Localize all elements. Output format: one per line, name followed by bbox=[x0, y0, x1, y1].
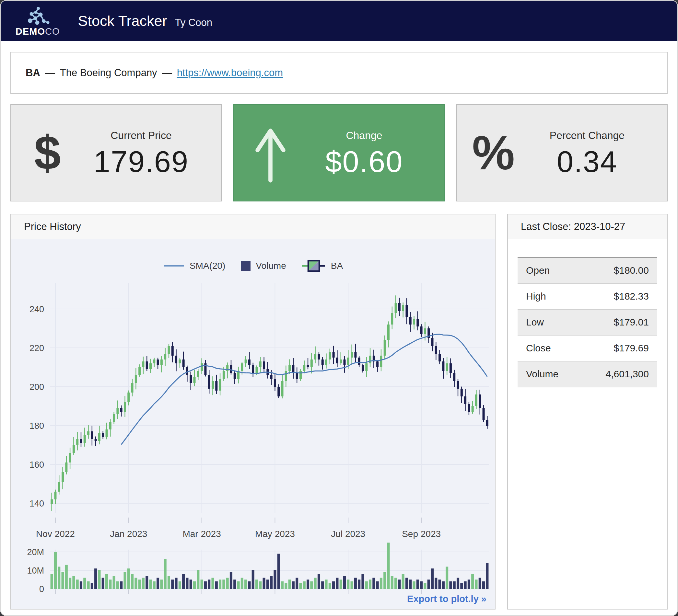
last-close-body: Open $180.00 High $182.33 Low $179.01 bbox=[508, 239, 667, 609]
price-history-header: Price History bbox=[11, 214, 495, 239]
candlesticks bbox=[50, 295, 488, 511]
candlestick-icon bbox=[302, 259, 326, 273]
row-value: $180.00 bbox=[579, 257, 657, 283]
company-info-bar: BA — The Boeing Company — https://www.bo… bbox=[10, 52, 668, 94]
svg-text:May 2023: May 2023 bbox=[255, 529, 295, 539]
svg-text:200: 200 bbox=[30, 382, 44, 392]
svg-text:10M: 10M bbox=[27, 566, 44, 576]
app-header: DEMOCO Stock Tracker Ty Coon bbox=[1, 1, 677, 41]
row-value: 4,601,300 bbox=[579, 361, 657, 387]
user-name: Ty Coon bbox=[175, 17, 212, 29]
svg-text:Nov 2022: Nov 2022 bbox=[36, 529, 75, 539]
svg-text:Sep 2023: Sep 2023 bbox=[402, 529, 441, 539]
price-history-chart-area: SMA(20) Volume BA bbox=[11, 239, 495, 609]
current-price-body: Current Price 179.69 bbox=[84, 129, 221, 176]
price-history-panel: Price History SMA(20) Volume bbox=[10, 214, 495, 610]
svg-text:20M: 20M bbox=[27, 547, 44, 557]
table-row-close: Close $179.69 bbox=[518, 335, 657, 361]
svg-text:220: 220 bbox=[30, 343, 44, 353]
change-card: Change $0.60 bbox=[233, 104, 445, 201]
row-value: $179.01 bbox=[579, 309, 657, 335]
legend-item-sma[interactable]: SMA(20) bbox=[163, 261, 225, 271]
legend-label-sma: SMA(20) bbox=[190, 261, 225, 271]
row-label: Open bbox=[518, 257, 579, 283]
brand-logo: DEMOCO bbox=[15, 6, 60, 36]
export-plotly-link[interactable]: Export to plot.ly » bbox=[407, 594, 486, 604]
last-close-title: Last Close: 2023-10-27 bbox=[521, 221, 625, 233]
percent-icon: % bbox=[457, 125, 530, 180]
last-close-panel: Last Close: 2023-10-27 Open $180.00 High… bbox=[507, 214, 668, 610]
legend-item-ba[interactable]: BA bbox=[302, 259, 343, 273]
brand-name-bold: DEMO bbox=[15, 26, 45, 37]
app-window: DEMOCO Stock Tracker Ty Coon BA — The Bo… bbox=[0, 0, 678, 616]
percent-change-card: % Percent Change 0.34 bbox=[456, 104, 668, 201]
percent-change-body: Percent Change 0.34 bbox=[530, 129, 667, 176]
price-history-chart[interactable]: 140160180200220240010M20MNov 2022Jan 202… bbox=[11, 239, 495, 609]
separator-dash: — bbox=[162, 67, 172, 79]
legend-label-volume: Volume bbox=[256, 261, 286, 271]
current-price-label: Current Price bbox=[111, 129, 172, 141]
dollar-icon: $ bbox=[11, 125, 84, 180]
separator-dash: — bbox=[45, 67, 55, 79]
price-axis-labels: 140160180200220240 bbox=[30, 304, 44, 508]
svg-text:Jul 2023: Jul 2023 bbox=[331, 529, 365, 539]
volume-square-icon bbox=[241, 261, 251, 271]
legend-label-ba: BA bbox=[331, 261, 343, 271]
ohlc-table: Open $180.00 High $182.33 Low $179.01 bbox=[518, 257, 657, 387]
table-row-high: High $182.33 bbox=[518, 283, 657, 309]
volume-bars bbox=[50, 543, 489, 589]
header-titles: Stock Tracker Ty Coon bbox=[78, 13, 213, 30]
row-value: $179.69 bbox=[579, 335, 657, 361]
brand-name: DEMOCO bbox=[15, 27, 60, 36]
change-label: Change bbox=[346, 129, 382, 141]
democo-molecule-icon bbox=[23, 6, 52, 26]
svg-text:180: 180 bbox=[30, 421, 44, 431]
company-name: The Boeing Company bbox=[60, 67, 157, 79]
svg-text:Jan 2023: Jan 2023 bbox=[110, 529, 147, 539]
percent-change-label: Percent Change bbox=[550, 129, 625, 141]
stat-cards: $ Current Price 179.69 Change $0.60 % Pe… bbox=[10, 104, 668, 201]
chart-legend: SMA(20) Volume BA bbox=[11, 259, 495, 273]
legend-item-volume[interactable]: Volume bbox=[241, 261, 286, 271]
svg-text:Mar 2023: Mar 2023 bbox=[183, 529, 221, 539]
brand-name-light: CO bbox=[45, 26, 60, 37]
sma-line-icon bbox=[163, 264, 184, 267]
row-value: $182.33 bbox=[579, 283, 657, 309]
company-symbol: BA bbox=[26, 67, 40, 79]
svg-text:0: 0 bbox=[39, 584, 44, 594]
table-row-open: Open $180.00 bbox=[518, 257, 657, 283]
svg-text:140: 140 bbox=[30, 499, 44, 508]
gridlines bbox=[50, 283, 489, 589]
main-panels: Price History SMA(20) Volume bbox=[10, 214, 668, 610]
table-row-low: Low $179.01 bbox=[518, 309, 657, 335]
price-history-title: Price History bbox=[24, 221, 81, 233]
current-price-value: 179.69 bbox=[94, 147, 189, 176]
svg-text:240: 240 bbox=[30, 304, 44, 314]
percent-change-value: 0.34 bbox=[557, 147, 617, 176]
svg-text:160: 160 bbox=[30, 460, 44, 469]
company-website-link[interactable]: https://www.boeing.com bbox=[177, 67, 283, 79]
row-label: Close bbox=[518, 335, 579, 361]
row-label: Low bbox=[518, 309, 579, 335]
table-row-volume: Volume 4,601,300 bbox=[518, 361, 657, 387]
volume-axis-labels: 010M20M bbox=[27, 547, 44, 594]
last-close-header: Last Close: 2023-10-27 bbox=[508, 214, 667, 239]
row-label: Volume bbox=[518, 361, 579, 387]
row-label: High bbox=[518, 283, 579, 309]
change-value: $0.60 bbox=[325, 147, 403, 176]
change-body: Change $0.60 bbox=[307, 129, 444, 176]
page-title: Stock Tracker bbox=[78, 13, 167, 30]
arrow-up-icon bbox=[234, 123, 307, 183]
current-price-card: $ Current Price 179.69 bbox=[10, 104, 222, 201]
